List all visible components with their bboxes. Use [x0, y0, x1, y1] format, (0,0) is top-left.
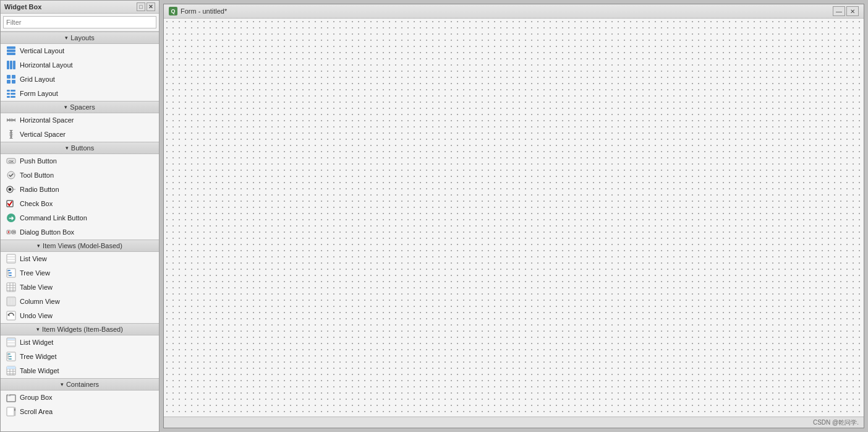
item-tree-view[interactable]: Tree View [1, 266, 159, 280]
tree-view-label: Tree View [20, 269, 50, 277]
svg-rect-10 [7, 90, 10, 92]
item-list-view[interactable]: List View [1, 252, 159, 266]
svg-rect-6 [7, 75, 11, 79]
item-push-button[interactable]: OK Push Button [1, 154, 159, 168]
filter-area [1, 14, 159, 32]
item-vertical-spacer[interactable]: Vertical Spacer [1, 127, 159, 142]
item-form-layout[interactable]: Form Layout [1, 87, 159, 101]
item-tree-widget[interactable]: Tree Widget [1, 350, 159, 364]
svg-rect-13 [11, 93, 15, 95]
tool-button-label: Tool Button [20, 171, 54, 179]
push-button-icon: OK [6, 155, 17, 166]
check-box-icon [6, 198, 17, 209]
section-spacers[interactable]: ▾ Spacers [1, 101, 159, 113]
containers-chevron: ▾ [61, 381, 64, 387]
item-check-box[interactable]: Check Box [1, 197, 159, 211]
svg-rect-1 [7, 50, 15, 52]
svg-rect-9 [12, 80, 15, 84]
svg-rect-3 [7, 61, 9, 69]
item-tool-button[interactable]: Tool Button [1, 168, 159, 183]
table-widget-icon [6, 365, 17, 376]
filter-input[interactable] [3, 16, 156, 28]
svg-rect-12 [7, 93, 10, 95]
form-minimize-button[interactable]: — [833, 6, 845, 16]
svg-rect-14 [7, 96, 10, 98]
item-grid-layout[interactable]: Grid Layout [1, 72, 159, 87]
list-widget-icon [6, 337, 17, 348]
grid-layout-label: Grid Layout [20, 76, 55, 83]
widget-box-float-button[interactable]: □ [137, 2, 145, 11]
form-titlebar: Q Form - untitled* — ✕ [164, 4, 864, 19]
item-table-widget[interactable]: Table Widget [1, 364, 159, 378]
spacers-chevron: ▾ [64, 104, 67, 110]
scroll-area-label: Scroll Area [20, 408, 53, 415]
status-text: CSDN @乾问学. [813, 418, 859, 427]
form-titlebar-buttons: — ✕ [833, 6, 859, 16]
svg-rect-55 [7, 298, 10, 305]
item-horizontal-spacer[interactable]: Horizontal Spacer [1, 113, 159, 127]
item-column-view[interactable]: Column View [1, 295, 159, 309]
tree-widget-icon [6, 351, 17, 362]
horizontal-spacer-icon [6, 114, 17, 126]
svg-text:OK: OK [11, 230, 16, 234]
list-view-icon [6, 253, 17, 264]
form-title: Form - untitled* [181, 7, 227, 15]
form-canvas[interactable] [164, 19, 864, 417]
grid-layout-icon [6, 74, 17, 85]
item-scroll-area[interactable]: Scroll Area [1, 405, 159, 419]
svg-rect-4 [10, 61, 12, 69]
form-layout-label: Form Layout [20, 90, 58, 97]
item-group-box[interactable]: GB Group Box [1, 391, 159, 405]
svg-rect-8 [7, 80, 11, 84]
dialog-button-box-label: Dialog Button Box [20, 228, 74, 236]
svg-rect-86 [14, 408, 15, 411]
check-box-label: Check Box [20, 200, 53, 207]
column-view-label: Column View [20, 298, 60, 305]
item-command-link-button[interactable]: ➜ Command Link Button [1, 211, 159, 225]
tool-button-icon [6, 170, 17, 181]
svg-rect-57 [14, 298, 15, 305]
svg-rect-56 [11, 298, 13, 305]
radio-button-icon [6, 184, 17, 195]
item-widgets-chevron: ▾ [36, 326, 40, 332]
item-undo-view[interactable]: Undo View [1, 309, 159, 323]
item-vertical-layout[interactable]: Vertical Layout [1, 44, 159, 58]
section-item-views[interactable]: ▾ Item Views (Model-Based) [1, 240, 159, 252]
item-dialog-button-box[interactable]: X OK Dialog Button Box [1, 225, 159, 240]
layouts-chevron: ▾ [65, 35, 68, 41]
svg-rect-79 [10, 366, 13, 369]
list-view-label: List View [20, 255, 47, 262]
tree-widget-label: Tree Widget [20, 353, 57, 360]
item-views-label: Item Views (Model-Based) [43, 242, 122, 249]
svg-text:➜: ➜ [9, 215, 14, 222]
item-list-widget[interactable]: List Widget [1, 335, 159, 350]
item-horizontal-layout[interactable]: Horizontal Layout [1, 58, 159, 72]
dialog-button-icon: X OK [6, 227, 17, 238]
table-view-icon [6, 282, 17, 293]
undo-view-icon [6, 310, 17, 321]
vertical-layout-label: Vertical Layout [20, 47, 64, 54]
containers-label: Containers [66, 381, 99, 388]
item-radio-button[interactable]: Radio Button [1, 183, 159, 197]
tree-view-icon [6, 267, 17, 279]
svg-rect-78 [7, 366, 10, 369]
form-close-button[interactable]: ✕ [846, 6, 859, 16]
section-layouts[interactable]: ▾ Layouts [1, 32, 159, 44]
widget-box-titlebar-buttons: □ ✕ [137, 2, 155, 11]
svg-marker-21 [9, 130, 13, 132]
widget-box-close-button[interactable]: ✕ [147, 2, 155, 11]
svg-text:GB: GB [7, 394, 11, 397]
spacers-label: Spacers [70, 103, 95, 111]
form-statusbar: CSDN @乾问学. [164, 417, 864, 428]
table-widget-label: Table Widget [20, 367, 59, 374]
item-widgets-label: Item Widgets (Item-Based) [42, 326, 123, 333]
widget-box: Widget Box □ ✕ ▾ Layouts Vertical Layout [0, 0, 160, 432]
svg-marker-22 [9, 137, 13, 139]
svg-rect-7 [12, 75, 15, 79]
section-item-widgets[interactable]: ▾ Item Widgets (Item-Based) [1, 323, 159, 335]
item-table-view[interactable]: Table View [1, 280, 159, 295]
section-buttons[interactable]: ▾ Buttons [1, 142, 159, 154]
svg-rect-80 [13, 366, 15, 369]
section-containers[interactable]: ▾ Containers [1, 378, 159, 391]
svg-text:OK: OK [9, 160, 14, 163]
